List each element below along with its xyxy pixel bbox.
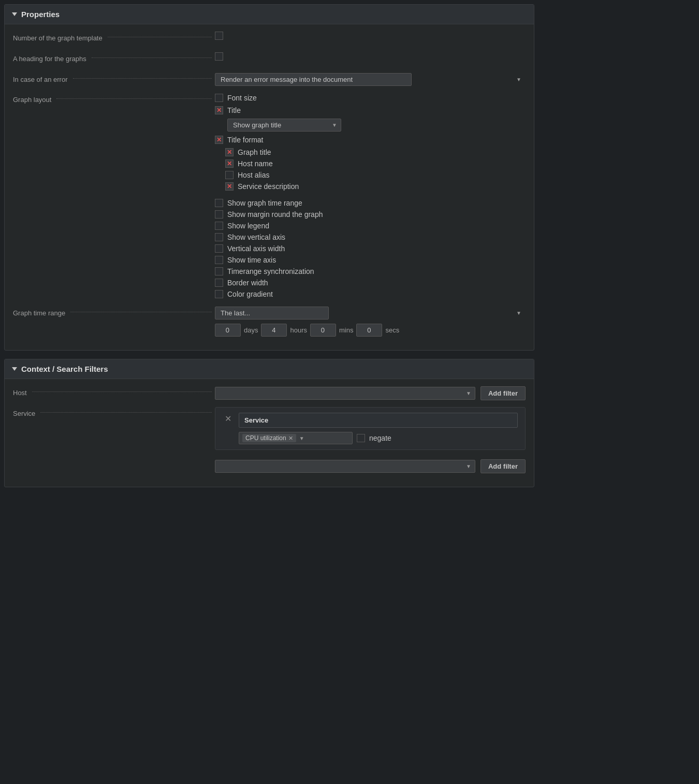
- service-desc-checkbox[interactable]: ✕: [225, 182, 234, 191]
- show-margin-row: Show margin round the graph: [215, 210, 526, 219]
- service-label: Service: [13, 407, 215, 417]
- host-select-wrapper: ▼: [215, 387, 475, 400]
- host-alias-item: Host alias: [225, 171, 526, 179]
- heading-control: [215, 52, 526, 61]
- error-select[interactable]: Render an error message into the documen…: [215, 73, 412, 86]
- host-name-item: ✕ Host name: [225, 159, 526, 168]
- error-row: In case of an error Render an error mess…: [13, 73, 526, 88]
- show-time-axis-label: Show time axis: [227, 256, 276, 264]
- properties-header[interactable]: Properties: [5, 5, 534, 24]
- service-add-select[interactable]: [215, 460, 475, 473]
- graph-title-checkbox[interactable]: ✕: [225, 148, 234, 156]
- remove-service-filter-button[interactable]: ✕: [223, 413, 234, 425]
- secs-input[interactable]: [356, 324, 382, 337]
- host-name-item-label: Host name: [238, 159, 273, 168]
- tag-label: CPU utilization: [245, 434, 286, 442]
- error-control: Render an error message into the documen…: [215, 73, 526, 86]
- collapse-icon: [12, 12, 17, 16]
- heading-label: A heading for the graphs: [13, 52, 215, 63]
- service-add-select-wrapper: ▼: [215, 460, 475, 473]
- time-range-select-arrow: ▼: [516, 310, 521, 316]
- show-legend-row: Show legend: [215, 222, 526, 230]
- time-range-select-wrapper: The last... ▼: [215, 307, 526, 320]
- host-filter-row: ▼ Add filter: [215, 386, 526, 400]
- secs-unit: secs: [385, 326, 399, 334]
- show-legend-label: Show legend: [227, 222, 269, 230]
- error-label: In case of an error: [13, 73, 215, 83]
- border-width-row: Border width: [215, 279, 526, 287]
- collapse-context-icon: [12, 367, 17, 371]
- num-template-control: [215, 32, 526, 40]
- border-width-checkbox[interactable]: [215, 279, 223, 287]
- negate-checkbox[interactable]: [357, 434, 365, 442]
- title-format-items: ✕ Graph title ✕ Host name Host alias: [225, 148, 526, 191]
- properties-section: Properties Number of the graph template …: [4, 4, 534, 351]
- host-name-checkbox[interactable]: ✕: [225, 159, 234, 168]
- show-graph-title-wrapper: Show graph title Hide graph title ▼: [227, 119, 526, 132]
- time-range-select[interactable]: The last...: [215, 307, 329, 320]
- show-graph-title-select-wrapper: Show graph title Hide graph title ▼: [227, 119, 341, 132]
- dotted-line: [40, 412, 212, 413]
- service-filter-block: ✕ Service CPU utilization ✕ ▼: [215, 407, 526, 450]
- show-graph-title-select[interactable]: Show graph title Hide graph title: [227, 119, 341, 132]
- layout-checkboxes: Show graph time range Show margin round …: [215, 199, 526, 298]
- tag-remove-button[interactable]: ✕: [288, 435, 293, 442]
- service-inner-arrow: ▼: [299, 435, 304, 441]
- service-add-filter-row: ▼ Add filter: [215, 459, 526, 473]
- graph-title-item-label: Graph title: [238, 148, 271, 156]
- num-template-checkbox[interactable]: [215, 32, 223, 40]
- heading-checkbox-row: [215, 52, 526, 61]
- font-size-row: Font size: [215, 94, 526, 102]
- title-row: ✕ Title: [215, 106, 526, 114]
- timerange-sync-row: Timerange synchronization: [215, 267, 526, 275]
- color-gradient-label: Color gradient: [227, 290, 273, 298]
- host-row: Host ▼ Add filter: [13, 386, 526, 401]
- show-time-range-checkbox[interactable]: [215, 199, 223, 207]
- color-gradient-checkbox[interactable]: [215, 290, 223, 298]
- title-format-checkbox[interactable]: ✕: [215, 136, 223, 144]
- days-unit: days: [244, 326, 258, 334]
- dotted-line: [70, 312, 212, 312]
- font-size-checkbox[interactable]: [215, 94, 223, 102]
- time-inputs: days hours mins secs: [215, 324, 526, 337]
- service-add-filter-button[interactable]: Add filter: [480, 459, 526, 473]
- days-input[interactable]: [215, 324, 241, 337]
- service-row: Service ✕ Service CPU utilization: [13, 407, 526, 473]
- vertical-axis-width-label: Vertical axis width: [227, 244, 285, 253]
- graph-time-range-control: The last... ▼ days hours mins secs: [215, 307, 526, 337]
- vertical-axis-width-checkbox[interactable]: [215, 244, 223, 253]
- graph-layout-control: Font size ✕ Title Show graph title Hide …: [215, 94, 526, 298]
- dotted-line: [32, 391, 212, 392]
- title-checkbox[interactable]: ✕: [215, 106, 223, 114]
- show-time-range-label: Show graph time range: [227, 199, 302, 207]
- host-control: ▼ Add filter: [215, 386, 526, 400]
- properties-body: Number of the graph template A heading f…: [5, 24, 534, 350]
- graph-title-item: ✕ Graph title: [225, 148, 526, 156]
- vertical-axis-width-row: Vertical axis width: [215, 244, 526, 253]
- show-legend-checkbox[interactable]: [215, 222, 223, 230]
- heading-row: A heading for the graphs: [13, 52, 526, 67]
- timerange-sync-checkbox[interactable]: [215, 267, 223, 275]
- host-alias-checkbox[interactable]: [225, 171, 234, 179]
- num-template-row: Number of the graph template: [13, 32, 526, 46]
- title-format-label: Title format: [227, 136, 264, 144]
- negate-label: negate: [369, 434, 391, 442]
- show-time-axis-row: Show time axis: [215, 256, 526, 264]
- host-add-filter-button[interactable]: Add filter: [480, 386, 526, 400]
- hours-input[interactable]: [261, 324, 287, 337]
- context-header[interactable]: Context / Search Filters: [5, 359, 534, 379]
- service-select-wrapper: CPU utilization ✕ ▼: [239, 432, 353, 444]
- title-format-row: ✕ Title format: [215, 136, 526, 144]
- error-select-arrow: ▼: [516, 77, 521, 82]
- graph-time-range-label: Graph time range: [13, 307, 215, 317]
- num-template-label: Number of the graph template: [13, 32, 215, 42]
- show-time-axis-checkbox[interactable]: [215, 256, 223, 264]
- dotted-line: [92, 57, 212, 58]
- mins-unit: mins: [339, 326, 353, 334]
- mins-input[interactable]: [310, 324, 336, 337]
- show-vertical-axis-checkbox[interactable]: [215, 233, 223, 241]
- host-select[interactable]: [215, 387, 475, 400]
- host-alias-item-label: Host alias: [238, 171, 269, 179]
- heading-checkbox[interactable]: [215, 52, 223, 61]
- show-margin-checkbox[interactable]: [215, 210, 223, 219]
